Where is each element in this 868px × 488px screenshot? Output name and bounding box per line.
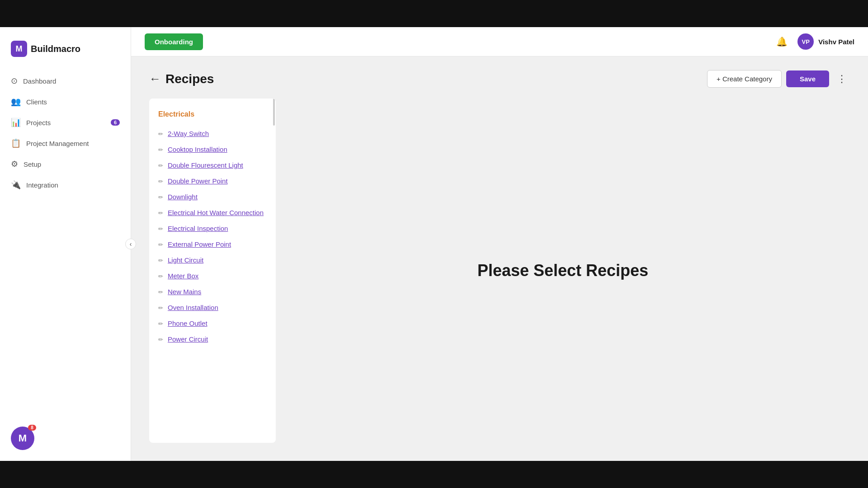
recipe-link[interactable]: Double Flourescent Light xyxy=(168,161,243,169)
notification-badge: 8 xyxy=(28,425,36,431)
page-title: Recipes xyxy=(165,72,214,86)
back-button[interactable]: ← xyxy=(149,72,161,86)
sidebar-collapse-button[interactable]: ‹ xyxy=(125,239,136,249)
recipe-link[interactable]: 2-Way Switch xyxy=(168,130,209,137)
list-item[interactable]: ✏ Cooktop Installation xyxy=(149,141,276,157)
list-item[interactable]: ✏ Double Power Point xyxy=(149,173,276,189)
create-category-button[interactable]: + Create Category xyxy=(707,70,782,88)
sidebar-item-setup[interactable]: ⚙ Setup xyxy=(0,154,131,174)
edit-icon: ✏ xyxy=(158,320,163,327)
edit-icon: ✏ xyxy=(158,131,163,137)
edit-icon: ✏ xyxy=(158,178,163,185)
brand-name: Buildmacro xyxy=(31,44,80,54)
edit-icon: ✏ xyxy=(158,194,163,201)
onboarding-button[interactable]: Onboarding xyxy=(145,33,203,50)
edit-icon: ✏ xyxy=(158,305,163,311)
sidebar-item-clients[interactable]: 👥 Clients xyxy=(0,91,131,112)
edit-icon: ✏ xyxy=(158,210,163,216)
setup-icon: ⚙ xyxy=(11,159,18,169)
projects-icon: 📊 xyxy=(11,117,21,127)
bottom-logo-button[interactable]: M 8 xyxy=(11,427,34,450)
list-item[interactable]: ✏ Electrical Hot Water Connection xyxy=(149,205,276,221)
list-item[interactable]: ✏ Oven Installation xyxy=(149,300,276,315)
select-message: Please Select Recipes xyxy=(477,261,648,280)
sidebar-item-project-management[interactable]: 📋 Project Management xyxy=(0,133,131,154)
recipe-link[interactable]: Double Power Point xyxy=(168,177,228,185)
edit-icon: ✏ xyxy=(158,273,163,280)
recipe-link[interactable]: Electrical Inspection xyxy=(168,225,228,232)
list-item[interactable]: ✏ Light Circuit xyxy=(149,252,276,268)
project-management-icon: 📋 xyxy=(11,138,21,148)
list-item[interactable]: ✏ Downlight xyxy=(149,189,276,205)
recipe-link[interactable]: Phone Outlet xyxy=(168,319,208,327)
sidebar-logo: M Buildmacro xyxy=(0,36,131,70)
page-header: ← Recipes + Create Category Save ⋮ xyxy=(149,56,850,99)
list-item[interactable]: ✏ Double Flourescent Light xyxy=(149,157,276,173)
category-label: Electricals xyxy=(149,108,276,126)
recipe-link[interactable]: Meter Box xyxy=(168,272,198,280)
dashboard-icon: ⊙ xyxy=(11,76,18,86)
list-item[interactable]: ✏ Meter Box xyxy=(149,268,276,284)
recipe-list-panel: Electricals ✏ 2-Way Switch ✏ Cooktop Ins… xyxy=(149,99,276,443)
recipe-link[interactable]: External Power Point xyxy=(168,240,231,248)
top-nav: Onboarding 🔔 VP Vishv Patel xyxy=(131,27,868,56)
recipe-link[interactable]: New Mains xyxy=(168,288,201,296)
clients-icon: 👥 xyxy=(11,97,21,107)
recipe-link[interactable]: Power Circuit xyxy=(168,335,208,343)
more-options-button[interactable]: ⋮ xyxy=(834,71,850,87)
sidebar-item-integration[interactable]: 🔌 Integration xyxy=(0,174,131,195)
recipe-link[interactable]: Electrical Hot Water Connection xyxy=(168,209,264,216)
save-button[interactable]: Save xyxy=(786,70,829,87)
avatar: VP xyxy=(797,33,814,50)
list-item[interactable]: ✏ Phone Outlet xyxy=(149,315,276,331)
sidebar-item-projects[interactable]: 📊 Projects 6 xyxy=(0,112,131,133)
edit-icon: ✏ xyxy=(158,257,163,264)
edit-icon: ✏ xyxy=(158,241,163,248)
sidebar-item-dashboard[interactable]: ⊙ Dashboard xyxy=(0,70,131,91)
integration-icon: 🔌 xyxy=(11,180,21,190)
edit-icon: ✏ xyxy=(158,146,163,153)
edit-icon: ✏ xyxy=(158,162,163,169)
list-item[interactable]: ✏ External Power Point xyxy=(149,236,276,252)
list-item[interactable]: ✏ Power Circuit xyxy=(149,331,276,347)
recipe-link[interactable]: Cooktop Installation xyxy=(168,145,227,153)
list-item[interactable]: ✏ New Mains xyxy=(149,284,276,300)
bell-icon[interactable]: 🔔 xyxy=(775,35,788,48)
edit-icon: ✏ xyxy=(158,225,163,232)
user-area[interactable]: VP Vishv Patel xyxy=(797,33,854,50)
recipe-link[interactable]: Oven Installation xyxy=(168,304,218,311)
list-item[interactable]: ✏ 2-Way Switch xyxy=(149,126,276,141)
select-message-panel: Please Select Recipes xyxy=(276,99,850,443)
projects-badge: 6 xyxy=(111,119,120,126)
edit-icon: ✏ xyxy=(158,336,163,343)
edit-icon: ✏ xyxy=(158,289,163,296)
list-item[interactable]: ✏ Electrical Inspection xyxy=(149,221,276,236)
recipe-link[interactable]: Downlight xyxy=(168,193,198,201)
logo-icon: M xyxy=(11,41,27,57)
user-name: Vishv Patel xyxy=(818,38,854,46)
recipe-link[interactable]: Light Circuit xyxy=(168,256,203,264)
